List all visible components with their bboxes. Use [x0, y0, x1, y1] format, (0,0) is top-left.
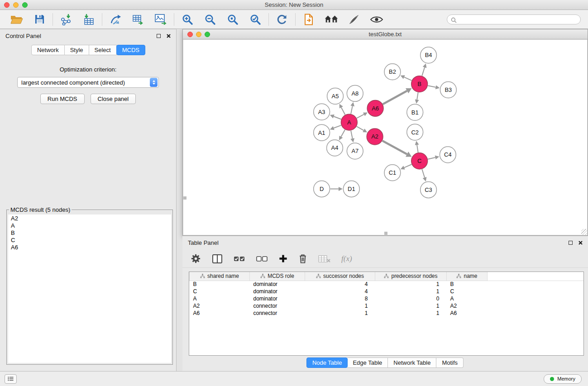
window-resize-grip[interactable] — [581, 229, 587, 235]
network-window-titlebar[interactable]: testGlobe.txt — [183, 29, 588, 39]
graph-node-B3[interactable]: B3 — [440, 82, 456, 98]
graph-edge-A2-C[interactable] — [382, 141, 407, 154]
graph-node-C3[interactable]: C3 — [421, 182, 437, 198]
node-table-cell[interactable]: 1 — [375, 310, 447, 317]
graph-edge-A-A7[interactable] — [351, 131, 353, 138]
node-table-row[interactable]: Cdominator41C — [190, 288, 584, 295]
graph-edge-A-A3[interactable] — [334, 116, 341, 119]
graph-edge-A-A6[interactable] — [357, 114, 364, 119]
graph-edge-C-C2[interactable] — [417, 145, 418, 152]
import-table-button[interactable] — [82, 13, 96, 26]
column-header-successor-nodes[interactable]: successor nodes — [305, 272, 375, 281]
graph-node-D[interactable]: D — [314, 181, 330, 197]
delete-table-button[interactable] — [318, 252, 330, 266]
show-panels-button[interactable] — [5, 374, 17, 384]
float-table-panel-icon[interactable] — [569, 241, 573, 245]
tab-network[interactable]: Network — [31, 45, 65, 55]
node-table-cell[interactable]: A2 — [190, 302, 250, 310]
network-graph[interactable]: B4B2BB3A8A5A6A3B1AC2A1A2A4A7C4CC1DD1C3 — [183, 40, 587, 235]
column-header-predecessor-nodes[interactable]: predecessor nodes — [375, 272, 447, 281]
column-header-name[interactable]: name — [447, 272, 488, 281]
home-view-button[interactable] — [325, 13, 338, 26]
column-header-mcds-role[interactable]: MCDS role — [250, 272, 305, 281]
new-table-button[interactable] — [131, 13, 145, 26]
zoom-fit-button[interactable] — [226, 13, 239, 26]
tab-mcds[interactable]: MCDS — [116, 45, 145, 55]
close-table-panel-icon[interactable] — [578, 241, 583, 245]
node-table-cell[interactable]: 4 — [305, 288, 375, 295]
mcds-result-item[interactable]: B — [11, 229, 168, 237]
graph-edge-A-A5[interactable] — [341, 107, 345, 114]
graph-node-C2[interactable]: C2 — [407, 124, 423, 140]
node-table-cell[interactable]: 1 — [375, 302, 447, 310]
table-settings-button[interactable] — [191, 252, 201, 266]
tab-style[interactable]: Style — [65, 45, 89, 55]
node-table-cell[interactable]: A6 — [447, 310, 488, 317]
graph-node-A[interactable]: A — [341, 114, 357, 130]
graph-node-B[interactable]: B — [411, 76, 428, 92]
graph-node-A4[interactable]: A4 — [327, 140, 343, 156]
graph-node-A3[interactable]: A3 — [314, 104, 330, 120]
node-table-cell[interactable]: connector — [250, 302, 305, 310]
refresh-view-button[interactable] — [275, 13, 289, 26]
node-table-row[interactable]: Bdominator41B — [190, 281, 584, 288]
tab-edge-table[interactable]: Edge Table — [347, 357, 388, 368]
new-network-button[interactable] — [109, 13, 122, 26]
zoom-in-button[interactable] — [181, 13, 194, 26]
mcds-result-item[interactable]: A6 — [11, 244, 168, 251]
graph-edge-C-C4[interactable] — [428, 157, 435, 159]
node-table-cell[interactable]: 1 — [375, 281, 447, 288]
tab-node-table[interactable]: Node Table — [306, 357, 348, 368]
graph-node-B4[interactable]: B4 — [421, 47, 437, 63]
node-table-cell[interactable]: A — [190, 295, 250, 302]
float-control-panel-icon[interactable] — [157, 34, 161, 38]
save-session-button[interactable] — [33, 13, 46, 26]
show-column-button[interactable] — [212, 252, 223, 266]
tab-select[interactable]: Select — [89, 45, 117, 55]
graph-edge-C-C1[interactable] — [404, 164, 411, 167]
graph-edge-B-B2[interactable] — [404, 77, 412, 80]
graph-edge-A-A2[interactable] — [357, 126, 364, 130]
zoom-out-button[interactable] — [203, 13, 217, 26]
graph-node-A6[interactable]: A6 — [367, 100, 383, 116]
graph-node-C[interactable]: C — [411, 153, 428, 169]
show-hide-button[interactable] — [370, 13, 383, 26]
zoom-selected-button[interactable] — [249, 13, 262, 26]
network-canvas[interactable]: B4B2BB3A8A5A6A3B1AC2A1A2A4A7C4CC1DD1C3 — [183, 39, 588, 235]
mcds-result-item[interactable]: A — [11, 222, 168, 229]
node-table-cell[interactable]: B — [190, 281, 250, 288]
brush-style-button[interactable] — [347, 13, 361, 26]
import-network-button[interactable] — [59, 13, 73, 26]
open-session-button[interactable] — [10, 13, 24, 26]
graph-edge-A-A4[interactable] — [341, 130, 345, 137]
mcds-result-list[interactable]: A2ABCA6 — [8, 214, 171, 363]
node-table-cell[interactable]: 1 — [305, 302, 375, 310]
node-table-cell[interactable]: B — [447, 281, 488, 288]
graph-node-A2[interactable]: A2 — [367, 129, 383, 145]
graph-node-C4[interactable]: C4 — [440, 147, 456, 163]
mcds-result-item[interactable]: C — [11, 237, 168, 244]
graph-edge-A6-B[interactable] — [383, 91, 407, 104]
mcds-result-item[interactable]: A2 — [11, 215, 168, 222]
optimization-criterion-select[interactable]: largest connected component (directed) — [17, 77, 159, 88]
close-control-panel-icon[interactable] — [167, 34, 171, 38]
node-table-cell[interactable]: dominator — [250, 295, 305, 302]
column-header-shared-name[interactable]: shared name — [190, 272, 250, 281]
graph-edge-B-B3[interactable] — [428, 86, 435, 87]
memory-button[interactable]: Memory — [544, 374, 582, 384]
delete-column-button[interactable] — [298, 252, 307, 266]
graph-node-A5[interactable]: A5 — [327, 88, 344, 105]
graph-node-B1[interactable]: B1 — [407, 104, 423, 120]
graph-edge-B-B4[interactable] — [422, 67, 425, 76]
graph-node-C1[interactable]: C1 — [384, 165, 401, 181]
graph-edge-A-A1[interactable] — [334, 125, 341, 128]
node-table-cell[interactable]: connector — [250, 310, 305, 317]
node-table-cell[interactable]: 8 — [305, 295, 375, 302]
tab-motifs[interactable]: Motifs — [436, 357, 464, 368]
graph-node-A1[interactable]: A1 — [314, 124, 330, 141]
graph-edge-C-C3[interactable] — [422, 169, 425, 178]
node-table-cell[interactable]: A2 — [447, 302, 488, 310]
function-builder-button[interactable]: f(x) — [341, 254, 352, 263]
node-table-cell[interactable]: dominator — [250, 288, 305, 295]
node-table-cell[interactable]: C — [190, 288, 250, 295]
